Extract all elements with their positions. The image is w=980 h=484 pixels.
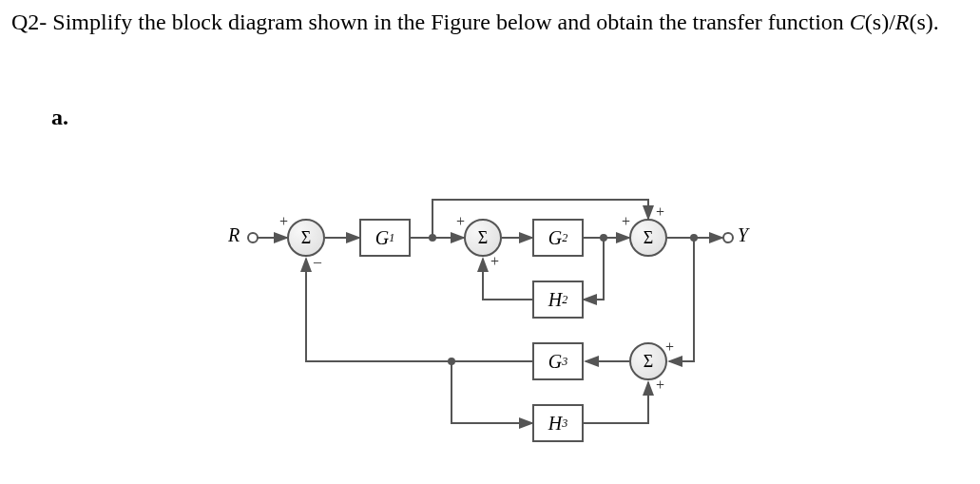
h2-sub: 2 xyxy=(562,293,567,307)
block-h2: H2 xyxy=(532,281,584,319)
input-label: R xyxy=(228,224,240,246)
sum-1: Σ xyxy=(287,219,325,257)
block-diagram: R Y Σ + – Σ + + Σ + + Σ + + G1 G2 H2 G3 xyxy=(247,200,751,466)
s3-plus-left: + xyxy=(622,213,630,230)
output-terminal xyxy=(722,232,734,243)
q-c: C xyxy=(850,10,865,34)
s3-plus-top: + xyxy=(656,203,664,221)
sigma-icon: Σ xyxy=(478,228,488,248)
q-s1: (s) xyxy=(865,10,889,34)
h2-label: H xyxy=(548,289,562,311)
part-label: a. xyxy=(51,105,68,130)
g1-sub: 1 xyxy=(389,231,394,245)
s2-plus2: + xyxy=(490,253,499,270)
g1-label: G xyxy=(375,227,389,249)
h3-sub: 3 xyxy=(562,416,567,431)
sum-2: Σ xyxy=(464,219,502,257)
sigma-icon: Σ xyxy=(644,352,653,372)
block-h3: H3 xyxy=(532,404,584,442)
block-g1: G1 xyxy=(359,219,411,257)
s4-plus-top: + xyxy=(665,339,674,356)
q-slash: / xyxy=(889,10,895,34)
output-label: Y xyxy=(738,224,748,246)
g3-sub: 3 xyxy=(562,355,567,369)
q-prefix: Q2- Simplify the block diagram shown in … xyxy=(11,10,850,34)
g2-label: G xyxy=(548,227,562,249)
node-y xyxy=(690,234,698,242)
block-g3: G3 xyxy=(532,342,584,380)
block-g2: G2 xyxy=(532,219,584,257)
sigma-icon: Σ xyxy=(644,228,653,248)
sum-4: Σ xyxy=(629,342,667,380)
s2-plus: + xyxy=(456,213,465,230)
q-suffix: . xyxy=(933,10,939,34)
q-s2: (s) xyxy=(910,10,933,34)
node-h3 xyxy=(448,358,455,365)
sum-3: Σ xyxy=(629,219,667,257)
q-r: R xyxy=(895,10,910,34)
s1-plus: + xyxy=(279,213,288,230)
s4-plus-bot: + xyxy=(656,377,664,394)
sigma-icon: Σ xyxy=(301,228,311,248)
input-terminal xyxy=(247,232,259,243)
question-text: Q2- Simplify the block diagram shown in … xyxy=(11,8,961,37)
page: Q2- Simplify the block diagram shown in … xyxy=(0,0,980,484)
node-ff xyxy=(429,234,436,242)
g2-sub: 2 xyxy=(562,231,567,245)
h3-label: H xyxy=(548,413,562,435)
node-h2 xyxy=(600,234,607,242)
g3-label: G xyxy=(548,351,562,373)
s1-minus: – xyxy=(314,253,321,270)
